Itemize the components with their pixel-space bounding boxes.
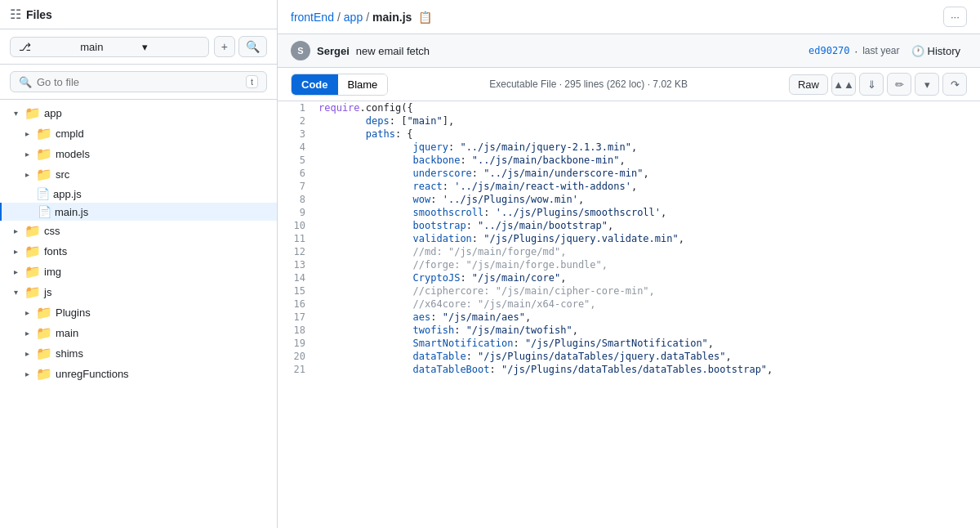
table-row: 17 aes: "/js/main/aes", — [278, 311, 980, 324]
tree-item-models[interactable]: ▸ 📁 models — [0, 144, 277, 164]
line-code: dataTableBoot: "/js/Plugins/dataTables/d… — [318, 363, 980, 376]
line-code: jquery: "../js/main/jquery-2.1.3.min", — [318, 141, 980, 154]
line-number: 16 — [278, 298, 318, 311]
branch-row: ⎇ main ▾ + 🔍 — [0, 29, 277, 65]
line-code: smoothscroll: '../js/Plugins/smoothscrol… — [318, 206, 980, 219]
raw-button[interactable]: Raw — [789, 74, 828, 95]
sidebar-panel-icon: ☷ — [10, 7, 21, 22]
download-button[interactable]: ⇓ — [859, 73, 884, 96]
tree-item-plugins[interactable]: ▸ 📁 Plugins — [0, 302, 277, 323]
breadcrumb-root[interactable]: frontEnd — [291, 11, 334, 24]
tree-item-label: js — [44, 286, 51, 298]
search-files-button[interactable]: 🔍 — [238, 36, 267, 57]
tree-item-label: fonts — [44, 245, 67, 257]
tree-item-fonts[interactable]: ▸ 📁 fonts — [0, 241, 277, 262]
chevron-down-icon: ▾ — [10, 109, 21, 118]
tree-item-app-js[interactable]: 📄 app.js — [0, 185, 277, 203]
table-row: 19 SmartNotification: "/js/Plugins/Smart… — [278, 337, 980, 350]
edit-button[interactable]: ✏ — [887, 73, 911, 96]
line-number: 10 — [278, 219, 318, 232]
chevron-right-icon: ▸ — [10, 247, 21, 256]
tree-item-label: main — [56, 327, 78, 339]
tree-item-js[interactable]: ▾ 📁 js — [0, 282, 277, 302]
line-number: 13 — [278, 258, 318, 271]
line-code: validation: "/js/Plugins/jquery.validate… — [318, 232, 980, 245]
tree-item-app[interactable]: ▾ 📁 app — [0, 103, 277, 123]
tree-item-shims[interactable]: ▸ 📁 shims — [0, 343, 277, 364]
line-code: SmartNotification: "/js/Plugins/SmartNot… — [318, 337, 980, 350]
table-row: 9 smoothscroll: '../js/Plugins/smoothscr… — [278, 206, 980, 219]
line-code: underscore: "../js/main/underscore-min", — [318, 167, 980, 180]
tree-item-label: css — [44, 225, 60, 237]
line-code: require.config({ — [318, 101, 980, 114]
line-code: bootstrap: "../js/main/bootstrap", — [318, 219, 980, 232]
line-number: 21 — [278, 363, 318, 376]
file-actions: Raw ▲▲ ⇓ ✏ ▾ ↷ — [789, 73, 967, 96]
breadcrumb-mid[interactable]: app — [344, 11, 363, 24]
tree-item-label: unregFunctions — [56, 368, 129, 380]
line-number: 12 — [278, 245, 318, 258]
line-number: 9 — [278, 206, 318, 219]
tree-item-unreg-functions[interactable]: ▸ 📁 unregFunctions — [0, 364, 277, 384]
tree-item-main-js[interactable]: 📄 main.js — [0, 203, 277, 221]
table-row: 20 dataTable: "/js/Plugins/dataTables/jq… — [278, 350, 980, 363]
file-icon: 📄 — [38, 205, 51, 218]
copy-path-button[interactable]: 📋 — [415, 9, 435, 25]
line-number: 17 — [278, 311, 318, 324]
tree-item-label: shims — [56, 347, 83, 360]
tree-item-src[interactable]: ▸ 📁 src — [0, 164, 277, 185]
line-code: CryptoJS: "/js/main/core", — [318, 271, 980, 284]
more-file-actions-button[interactable]: ▾ — [915, 73, 939, 96]
line-code: aes: "/js/main/aes", — [318, 311, 980, 324]
search-input[interactable] — [37, 76, 241, 88]
add-file-button[interactable]: + — [214, 36, 235, 57]
line-number: 3 — [278, 128, 318, 141]
tree-item-cmpld[interactable]: ▸ 📁 cmpld — [0, 123, 277, 144]
commit-hash[interactable]: ed90270 — [808, 45, 850, 56]
search-shortcut-key: t — [246, 75, 258, 88]
git-branch-icon: ⎇ — [19, 41, 77, 53]
file-info: Executable File · 295 lines (262 loc) · … — [489, 78, 688, 90]
folder-icon: 📁 — [36, 346, 52, 361]
more-options-button[interactable]: ··· — [943, 7, 967, 27]
chevron-down-icon: ▾ — [10, 288, 21, 297]
tree-item-img[interactable]: ▸ 📁 img — [0, 262, 277, 282]
tree-item-label: app — [44, 107, 62, 119]
search-input-wrap: 🔍 t — [10, 71, 267, 92]
table-row: 15 //ciphercore: "/js/main/cipher-core-m… — [278, 284, 980, 298]
tree-item-label: img — [44, 266, 61, 278]
table-row: 1require.config({ — [278, 101, 980, 114]
tree-item-main-folder[interactable]: ▸ 📁 main — [0, 323, 277, 343]
folder-icon: 📁 — [36, 305, 52, 320]
line-number: 7 — [278, 180, 318, 193]
copy-content-button[interactable]: ▲▲ — [831, 73, 856, 96]
table-row: 21 dataTableBoot: "/js/Plugins/dataTable… — [278, 363, 980, 376]
avatar: S — [291, 41, 310, 60]
tree-item-label: app.js — [53, 188, 82, 200]
chevron-right-icon: ▸ — [21, 150, 33, 159]
tab-code[interactable]: Code — [292, 74, 338, 95]
line-number: 19 — [278, 337, 318, 350]
chevron-right-icon: ▸ — [21, 369, 33, 378]
expand-button[interactable]: ↷ — [942, 73, 967, 96]
line-number: 4 — [278, 141, 318, 154]
tree-item-label: src — [56, 168, 69, 181]
breadcrumb-separator: / — [337, 11, 341, 24]
chevron-right-icon: ▸ — [21, 170, 33, 179]
tab-blame[interactable]: Blame — [338, 74, 388, 95]
line-number: 11 — [278, 232, 318, 245]
folder-icon: 📁 — [24, 284, 41, 300]
history-button[interactable]: 🕐 History — [905, 42, 967, 60]
line-code: //md: "/js/main/forge/md", — [318, 245, 980, 258]
branch-selector[interactable]: ⎇ main ▾ — [10, 37, 209, 57]
breadcrumb: frontEnd / app / main.js 📋 — [291, 9, 435, 25]
code-container: 1require.config({2 deps: ["main"],3 path… — [278, 101, 980, 528]
tree-item-css[interactable]: ▸ 📁 css — [0, 221, 277, 241]
folder-icon: 📁 — [36, 366, 52, 382]
code-table: 1require.config({2 deps: ["main"],3 path… — [278, 101, 980, 376]
folder-icon: 📁 — [24, 223, 41, 239]
folder-icon: 📁 — [36, 126, 52, 141]
file-icon: 📄 — [36, 187, 50, 200]
chevron-right-icon: ▸ — [21, 308, 33, 317]
line-number: 5 — [278, 154, 318, 167]
